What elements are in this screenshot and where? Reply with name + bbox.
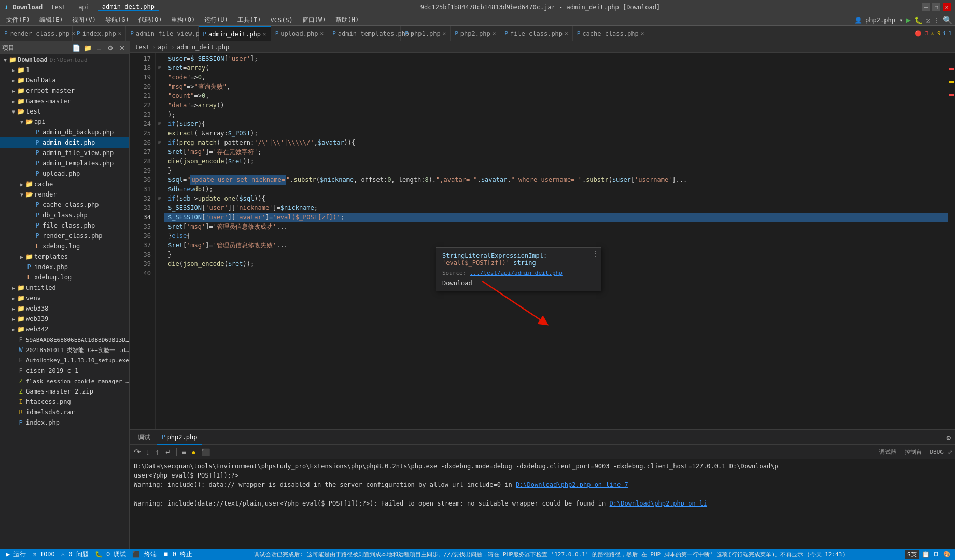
tab-test[interactable]: test: [47, 4, 70, 11]
tooltip-more-button[interactable]: ⋮: [593, 250, 599, 257]
tree-item-web342[interactable]: ▶ 📁 web342: [0, 324, 129, 334]
tab-close-cache-class[interactable]: ✕: [641, 30, 644, 37]
menu-window[interactable]: 窗口(W): [298, 15, 330, 26]
tree-item-upload[interactable]: P upload.php: [0, 169, 129, 179]
tree-item-1[interactable]: ▶ 📁 1: [0, 65, 129, 75]
maximize-button[interactable]: □: [932, 3, 940, 11]
menu-code[interactable]: 代码(O): [134, 15, 166, 26]
tab-api[interactable]: api: [74, 4, 94, 11]
tree-item-index-test[interactable]: P index.php: [0, 262, 129, 272]
minimize-button[interactable]: ─: [922, 3, 930, 11]
status-run[interactable]: ▶ 运行: [4, 550, 28, 559]
tab-admin-file-view[interactable]: P admin_file_view.php ✕: [126, 26, 199, 41]
menu-help[interactable]: 帮助(H): [331, 15, 363, 26]
terminal-link-2[interactable]: D:\Download\php2.php on li: [610, 500, 707, 507]
menu-navigate[interactable]: 导航(G): [101, 15, 133, 26]
tree-item-xdebug-log-test[interactable]: L xdebug.log: [0, 272, 129, 283]
panel-expand-icon[interactable]: ⤢: [948, 449, 953, 456]
tab-close-php2[interactable]: ✕: [493, 30, 496, 37]
run-with-coverage[interactable]: ⧖: [926, 17, 930, 24]
tree-item-web339[interactable]: ▶ 📁 web339: [0, 314, 129, 324]
sidebar-settings-button[interactable]: ⚙: [105, 43, 116, 53]
tooltip-download-link[interactable]: Download: [442, 279, 595, 287]
tab-php1[interactable]: P php1.php ✕: [401, 26, 451, 41]
tree-item-venv[interactable]: ▶ 📁 venv: [0, 293, 129, 303]
debugger-sub-tab[interactable]: 调试器: [876, 448, 900, 456]
tree-item-cache[interactable]: ▶ 📁 cache: [0, 179, 129, 189]
menu-refactor[interactable]: 重构(O): [167, 15, 199, 26]
step-out-button[interactable]: ↑: [153, 446, 161, 458]
collapse-all-button[interactable]: ≡: [94, 43, 104, 53]
tree-item-flask-zip[interactable]: Z flask-session-cookie-manager-master.zi…: [0, 376, 129, 386]
tab-php2[interactable]: P php2.php ✕: [451, 26, 500, 41]
user-icon[interactable]: 👤: [854, 17, 862, 24]
status-debug[interactable]: 🐛 0 调试: [93, 550, 129, 559]
tree-item-htaccess[interactable]: I htaccess.png: [0, 397, 129, 407]
evaluate-button[interactable]: ≡: [180, 447, 188, 457]
debug-tab-debug[interactable]: 调试: [134, 430, 155, 445]
menu-view[interactable]: 视图(V): [68, 15, 100, 26]
tree-item-untitled[interactable]: ▶ 📁 untitled: [0, 283, 129, 293]
tree-item-rar[interactable]: R idmelsds6.rar: [0, 407, 129, 417]
tab-render-class[interactable]: P render_class.php ✕: [0, 26, 73, 41]
tab-admin-deit[interactable]: admin_deit.php: [98, 3, 159, 11]
run-button[interactable]: ▶: [906, 15, 911, 25]
tree-item-web338[interactable]: ▶ 📁 web338: [0, 303, 129, 314]
status-terminal[interactable]: ⬛ 终端: [130, 550, 158, 559]
breadcrumb-test[interactable]: test: [135, 44, 150, 51]
close-button[interactable]: ✕: [943, 3, 951, 11]
tree-item-index-root[interactable]: P index.php: [0, 417, 129, 428]
more-run-options[interactable]: ⋮: [933, 17, 939, 24]
code-content[interactable]: $user= $_SESSION['user']; $ret = array( …: [164, 53, 948, 429]
tree-root[interactable]: ▼ 📁 Download D:\Download: [0, 54, 129, 65]
tree-item-api[interactable]: ▼ 📂 api: [0, 117, 129, 127]
tooltip-source-link[interactable]: .../test/api/admin_deit.php: [470, 270, 563, 276]
tree-item-hash-file[interactable]: F 59ABAAD8E68806EBAC10BBD69B13D7E9: [0, 334, 129, 345]
tree-item-errbot[interactable]: ▶ 📁 errbot-master: [0, 86, 129, 96]
debug-tab-php2[interactable]: P php2.php: [157, 430, 202, 445]
step-over-button[interactable]: ↷: [132, 446, 143, 458]
terminal-link-1[interactable]: D:\Download\php2.php on line 7: [516, 481, 628, 488]
tree-item-autohk[interactable]: E AutoHotkey_1.1.33.10_setup.exe: [0, 355, 129, 366]
menu-file[interactable]: 文件(F): [2, 15, 34, 26]
run-to-cursor-button[interactable]: ⤶: [162, 446, 173, 458]
status-issues[interactable]: ⚠ 0 问题: [59, 550, 91, 559]
tree-item-file-class[interactable]: P file_class.php: [0, 220, 129, 231]
tab-upload[interactable]: P upload.php ✕: [271, 26, 329, 41]
php2-indicator[interactable]: php2.php ▾: [865, 17, 903, 24]
tree-item-dwnldata[interactable]: ▶ 📁 DwnlData: [0, 75, 129, 86]
tab-close-admin-deit[interactable]: ✕: [263, 31, 266, 37]
tree-item-games[interactable]: ▶ 📁 Games-master: [0, 96, 129, 106]
tree-item-cache-class[interactable]: P cache_class.php: [0, 200, 129, 210]
tree-item-admin-db[interactable]: P admin_db_backup.php: [0, 127, 129, 137]
sidebar-close-button[interactable]: ✕: [117, 43, 127, 53]
terminal-settings-icon[interactable]: ⚙: [947, 433, 951, 442]
menu-vcs[interactable]: VCS(S): [266, 15, 297, 26]
tab-close-php1[interactable]: ✕: [443, 30, 446, 37]
overview-ruler[interactable]: [948, 53, 955, 429]
new-file-button[interactable]: 📄: [71, 43, 81, 53]
search-everywhere[interactable]: 🔍: [943, 15, 953, 25]
tab-cache-class[interactable]: P cache_class.php ✕: [573, 26, 645, 41]
menu-tools[interactable]: 工具(T): [233, 15, 265, 26]
debug-button[interactable]: 🐛: [914, 16, 923, 24]
tree-item-render[interactable]: ▼ 📂 render: [0, 189, 129, 200]
watch-button[interactable]: ●: [189, 447, 198, 457]
tab-admin-templates[interactable]: P admin_templates.php ✕: [328, 26, 401, 41]
tree-item-games-zip[interactable]: Z Games-master_2.zip: [0, 386, 129, 397]
new-folder-button[interactable]: 📁: [82, 43, 93, 53]
menu-edit[interactable]: 编辑(E): [35, 15, 67, 26]
tree-item-xdebug-log-render[interactable]: L xdebug.log: [0, 241, 129, 251]
step-into-button[interactable]: ↓: [144, 446, 152, 458]
breadcrumb-api[interactable]: api: [158, 44, 169, 51]
tree-item-doc[interactable]: W 20218501011-类智能-C++实验一-.doc: [0, 345, 129, 355]
console-sub-tab[interactable]: 控制台: [902, 448, 925, 456]
stop-button[interactable]: ⬛: [199, 447, 212, 457]
tab-close-file-class[interactable]: ✕: [565, 30, 568, 37]
tree-item-db-class[interactable]: P db_class.php: [0, 210, 129, 220]
status-stop[interactable]: ⏹ 0 终止: [161, 550, 195, 559]
tree-item-test[interactable]: ▼ 📂 test: [0, 106, 129, 117]
dbug-sub-tab[interactable]: DBUG: [927, 449, 947, 455]
tab-close-upload[interactable]: ✕: [320, 30, 324, 37]
tree-item-admin-templates[interactable]: P admin_templates.php: [0, 158, 129, 169]
